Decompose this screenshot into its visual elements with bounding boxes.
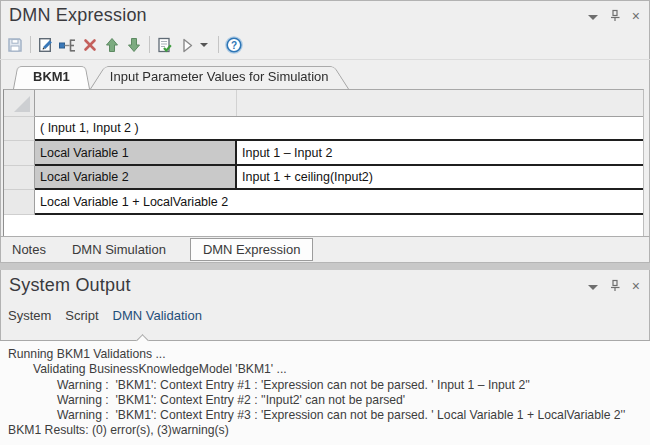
close-icon[interactable]: ×: [632, 280, 640, 292]
dmn-toolbar: ?: [0, 30, 650, 59]
output-line: Warning : 'BKM1': Context Entry #3 : 'Ex…: [57, 408, 650, 423]
parameters-cell[interactable]: ( Input 1, Input 2 ): [35, 117, 643, 139]
tab-bkm1[interactable]: BKM1: [13, 63, 90, 89]
delete-entry-button[interactable]: [79, 34, 101, 56]
entry-name-cell[interactable]: Local Variable 1: [35, 141, 237, 164]
entry-value-cell[interactable]: Input 1 – Input 2: [237, 141, 643, 164]
context-entry-row[interactable]: Local Variable 1 Input 1 – Input 2: [35, 141, 643, 166]
grid-row-header[interactable]: [4, 190, 35, 215]
move-up-arrow-icon: [103, 36, 121, 54]
save-icon: [6, 36, 24, 54]
run-dropdown-chevron-icon[interactable]: [200, 43, 208, 47]
tab-input-parameter-values[interactable]: Input Parameter Values for Simulation: [90, 63, 349, 89]
move-up-button[interactable]: [101, 34, 123, 56]
output-line: Running BKM1 Validations ...: [8, 347, 650, 362]
tab-script[interactable]: Script: [65, 308, 98, 323]
grid-row-header[interactable]: [4, 117, 35, 141]
run-simulation-button[interactable]: [176, 34, 198, 56]
result-row[interactable]: Local Variable 1 + LocalVariable 2: [35, 190, 643, 215]
save-button[interactable]: [4, 34, 26, 56]
grid-header-value-cell[interactable]: [237, 90, 643, 116]
run-play-icon: [178, 36, 196, 54]
panel-menu-chevron-down-icon[interactable]: [588, 285, 598, 290]
help-button[interactable]: ?: [223, 34, 245, 56]
edit-expression-icon: [37, 36, 55, 54]
dmn-panel-titlebar: DMN Expression ×: [0, 0, 650, 30]
system-output-tabbar: System Script DMN Validation ◀ ▶: [0, 300, 650, 340]
tab-dmn-simulation[interactable]: DMN Simulation: [70, 242, 168, 257]
output-line: Warning : 'BKM1': Context Entry #1 : 'Ex…: [57, 378, 650, 393]
tab-notes[interactable]: Notes: [10, 242, 48, 257]
context-entry-row[interactable]: Local Variable 2 Input 1 + ceiling(Input…: [35, 166, 643, 190]
tab-system[interactable]: System: [8, 308, 51, 323]
toolbar-separator: [30, 36, 31, 53]
toolbar-separator: [149, 36, 150, 53]
grid-corner-cell[interactable]: [4, 90, 35, 117]
output-line: BKM1 Results: (0) error(s), (3)warning(s…: [8, 423, 650, 438]
dmn-bottom-tabbar: Notes DMN Simulation DMN Expression: [0, 236, 650, 262]
entry-value-cell[interactable]: Input 1 + ceiling(Input2): [237, 166, 643, 188]
app-window: DMN Expression ×: [0, 0, 650, 445]
svg-text:?: ?: [231, 39, 237, 50]
delete-icon: [81, 36, 99, 54]
expression-grid: ( Input 1, Input 2 ) Local Variable 1 In…: [3, 89, 644, 236]
panel-menu-chevron-down-icon[interactable]: [588, 15, 598, 20]
pin-icon[interactable]: [609, 9, 621, 22]
insert-entry-button[interactable]: [57, 34, 79, 56]
close-icon[interactable]: ×: [632, 10, 640, 22]
entry-name-cell[interactable]: Local Variable 2: [35, 166, 237, 188]
move-down-arrow-icon: [125, 36, 143, 54]
grid-header-row: [35, 90, 643, 117]
result-cell[interactable]: Local Variable 1 + LocalVariable 2: [35, 190, 643, 213]
panel-splitter[interactable]: [0, 262, 650, 270]
parameters-row[interactable]: ( Input 1, Input 2 ): [35, 117, 643, 141]
grid-row-header[interactable]: [4, 166, 35, 190]
system-output-titlebar: System Output ×: [0, 270, 650, 300]
tab-dmn-expression[interactable]: DMN Expression: [190, 238, 314, 261]
system-output-title: System Output: [9, 275, 131, 296]
toolbar-separator: [218, 36, 219, 53]
insert-entry-icon: [58, 36, 78, 54]
tab-dmn-validation[interactable]: DMN Validation: [113, 308, 202, 323]
dmn-tabstrip: BKM1 Input Parameter Values for Simulati…: [0, 59, 650, 89]
output-line: Warning : 'BKM1': Context Entry #2 : ''I…: [57, 393, 650, 408]
dmn-panel-title: DMN Expression: [9, 5, 147, 26]
validation-output-area: Running BKM1 Validations ... Validating …: [0, 340, 650, 445]
move-down-button[interactable]: [123, 34, 145, 56]
validate-icon: [156, 36, 174, 54]
validate-button[interactable]: [154, 34, 176, 56]
pin-icon[interactable]: [609, 279, 621, 292]
grid-header-name-cell[interactable]: [35, 90, 237, 116]
grid-row-header-column: [4, 90, 35, 236]
edit-expression-button[interactable]: [35, 34, 57, 56]
grid-row-header-filler: [4, 215, 35, 236]
help-icon: ?: [224, 35, 244, 55]
output-line: Validating BusinessKnowledgeModel 'BKM1'…: [33, 362, 650, 377]
grid-corner-triangle-icon: [14, 96, 30, 112]
grid-row-header[interactable]: [4, 141, 35, 166]
